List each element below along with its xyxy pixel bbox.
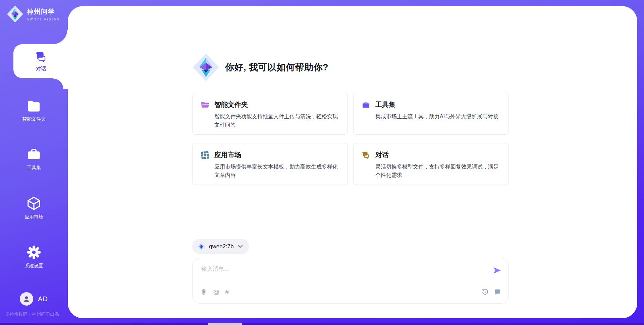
model-name: qwen2:7b xyxy=(209,243,234,250)
cube-icon xyxy=(26,196,42,211)
hashtag-icon[interactable]: # xyxy=(225,289,229,295)
model-selector[interactable]: qwen2:7b xyxy=(192,239,249,254)
message-composer: @ # xyxy=(192,258,509,304)
card-title: 工具集 xyxy=(375,100,498,109)
sidebar-item-toolset[interactable]: 工具集 xyxy=(0,146,68,171)
app-tagline: Smart Vision xyxy=(27,17,60,21)
toolbox-icon xyxy=(26,146,42,162)
card-title: 对话 xyxy=(375,150,500,159)
scrollbar-thumb[interactable] xyxy=(208,323,242,325)
user-name: AD xyxy=(38,295,48,303)
sidebar-item-chat[interactable]: 对话 xyxy=(13,44,69,78)
greeting-row: 你好, 我可以如何帮助你? xyxy=(192,53,328,82)
mention-icon[interactable]: @ xyxy=(213,289,219,295)
composer-divider xyxy=(199,285,502,285)
card-description: 应用市场提供丰富长文本模板，助力高效生成多样化文章内容 xyxy=(214,163,339,180)
card-toolset[interactable]: 工具集 集成市场上主流工具，助力AI与外界无缝扩展与对接 xyxy=(353,93,509,135)
sidebar-item-label: 对话 xyxy=(36,66,46,72)
chat-bubble-icon[interactable] xyxy=(494,288,501,296)
card-description: 智能文件夹功能支持批量文件上传与清洗，轻松实现文件问答 xyxy=(214,113,339,129)
card-title: 应用市场 xyxy=(214,150,339,159)
gear-icon xyxy=(26,245,42,260)
main-panel: 你好, 我可以如何帮助你? 智能文件夹 智能文件夹功能支持批量文件上传与清洗，轻… xyxy=(68,6,637,318)
send-icon xyxy=(492,266,502,275)
tab-fillet-bottom xyxy=(53,78,68,89)
chevron-down-icon xyxy=(238,245,243,248)
app-logo-diamond-icon xyxy=(192,53,220,82)
greeting-title: 你好, 我可以如何帮助你? xyxy=(225,61,328,73)
app-name: 神州问学 xyxy=(27,7,60,16)
card-description: 集成市场上主流工具，助力AI与外界无缝扩展与对接 xyxy=(375,113,498,121)
composer-tools-right xyxy=(482,288,501,296)
history-icon[interactable] xyxy=(482,288,489,296)
app-logo: 神州问学 Smart Vision xyxy=(7,5,60,23)
card-title: 智能文件夹 xyxy=(214,100,339,109)
folder-icon xyxy=(26,98,42,113)
app-logo-diamond-icon xyxy=(7,5,23,23)
chat-icon xyxy=(35,51,48,63)
tab-fillet-top xyxy=(53,30,68,45)
feature-cards: 智能文件夹 智能文件夹功能支持批量文件上传与清洗，轻松实现文件问答 工具集 集成… xyxy=(192,93,509,185)
attachment-icon[interactable] xyxy=(201,288,207,295)
message-input[interactable] xyxy=(201,265,490,282)
composer-tools-left: @ # xyxy=(201,288,229,295)
sidebar-item-smart-folder[interactable]: 智能文件夹 xyxy=(0,98,68,122)
sidebar-item-label: 智能文件夹 xyxy=(22,116,46,122)
avatar xyxy=(20,292,33,306)
model-logo-diamond-icon xyxy=(197,242,206,251)
card-app-market[interactable]: 应用市场 应用市场提供丰富长文本模板，助力高效生成多样化文章内容 xyxy=(192,143,348,185)
card-smart-folder[interactable]: 智能文件夹 智能文件夹功能支持批量文件上传与清洗，轻松实现文件问答 xyxy=(192,93,348,135)
person-icon xyxy=(22,295,31,303)
send-button[interactable] xyxy=(492,266,502,275)
horizontal-scrollbar[interactable] xyxy=(0,323,644,325)
card-chat[interactable]: 对话 灵活切换多模型文件，支持多样回复效果调试，满足个性化需求 xyxy=(353,143,509,185)
grid-icon xyxy=(200,150,210,160)
sidebar-item-label: 应用市场 xyxy=(24,214,43,220)
user-account[interactable]: AD xyxy=(0,292,68,306)
toolbox-icon xyxy=(362,101,370,109)
card-description: 灵活切换多模型文件，支持多样回复效果调试，满足个性化需求 xyxy=(375,163,500,180)
sidebar-item-label: 工具集 xyxy=(27,165,41,171)
sidebar-item-app-market[interactable]: 应用市场 xyxy=(0,196,68,220)
sidebar-item-label: 系统设置 xyxy=(24,263,43,269)
chat-icon xyxy=(362,151,370,159)
sidebar-footer: ©神州数码 · 神州问学出品 xyxy=(6,311,59,317)
sidebar-item-settings[interactable]: 系统设置 xyxy=(0,245,68,269)
folder-open-icon xyxy=(201,101,209,109)
